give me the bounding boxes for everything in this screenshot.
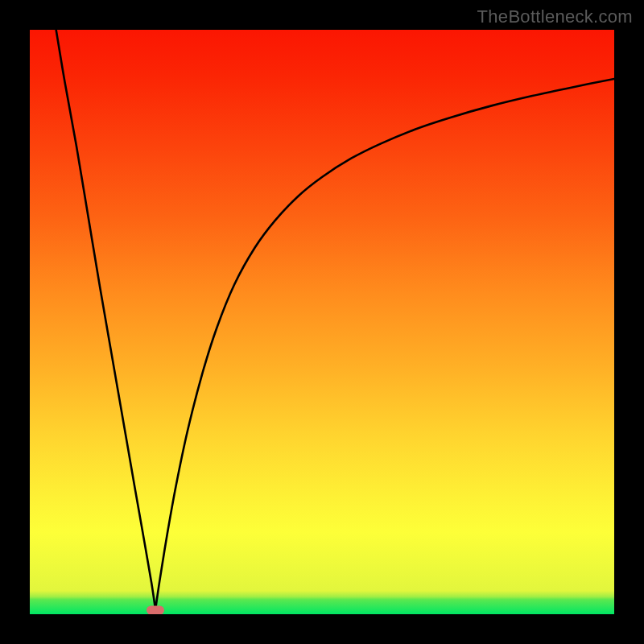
watermark-text: TheBottleneck.com	[477, 6, 633, 27]
curve-right-branch	[155, 79, 614, 609]
minimum-marker	[147, 605, 164, 614]
bottleneck-chart: TheBottleneck.com	[0, 0, 644, 644]
plot-area	[30, 30, 614, 614]
curve-left-branch	[56, 30, 155, 609]
curve-layer	[30, 30, 614, 614]
